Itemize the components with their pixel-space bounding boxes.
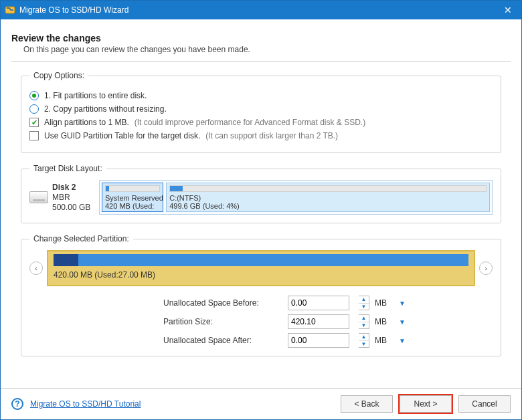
- disk-type: MBR: [52, 193, 90, 203]
- checkbox-align-note: (It could improve performance for Advanc…: [135, 118, 365, 127]
- partition-c[interactable]: C:(NTFS) 499.6 GB (Used: 4%): [166, 183, 490, 212]
- partition-name: C:(NTFS): [169, 194, 487, 202]
- unalloc-after-label: Unallocated Space After:: [163, 336, 284, 345]
- unalloc-after-unit-dropdown[interactable]: ▼: [396, 337, 408, 344]
- checkbox-gpt[interactable]: [29, 131, 39, 140]
- disk-icon: [29, 191, 48, 203]
- target-disk-layout-group: Target Disk Layout: Disk 2 MBR 500.00 GB…: [21, 164, 501, 223]
- partition-size-spinner[interactable]: ▲▼: [359, 314, 369, 329]
- partition-size-field-label: Partition Size:: [163, 317, 284, 326]
- back-button[interactable]: < Back: [341, 395, 393, 413]
- close-button[interactable]: ✕: [495, 1, 521, 19]
- radio-fit-entire-disk[interactable]: [29, 91, 39, 100]
- unalloc-before-unit-dropdown[interactable]: ▼: [396, 300, 408, 307]
- target-disk-layout-legend: Target Disk Layout:: [29, 164, 106, 173]
- copy-options-group: Copy Options: 1. Fit partitions to entir…: [21, 71, 501, 153]
- radio-copy-no-resize[interactable]: [29, 104, 39, 114]
- partition-system-reserved[interactable]: System Reserved 420 MB (Used:: [102, 183, 163, 212]
- partition-size-label: 420.00 MB (Used:27.00 MB): [54, 270, 468, 280]
- partition-name: System Reserved: [105, 194, 160, 202]
- partition-prev-button[interactable]: ‹: [29, 261, 43, 275]
- next-button[interactable]: Next >: [400, 395, 452, 413]
- partition-size-input[interactable]: [288, 314, 349, 329]
- page-subtitle: On this page you can review the changes …: [23, 45, 511, 54]
- copy-options-legend: Copy Options:: [29, 71, 88, 80]
- checkbox-align-1mb[interactable]: [29, 118, 39, 127]
- partition-sub: 420 MB (Used:: [105, 202, 160, 210]
- titlebar: Migrate OS to SSD/HD Wizard ✕: [1, 1, 521, 19]
- unalloc-after-spinner[interactable]: ▲▼: [359, 333, 369, 348]
- checkbox-gpt-label: Use GUID Partition Table for the target …: [44, 131, 200, 140]
- disk-name: Disk 2: [52, 183, 90, 193]
- checkbox-gpt-note: (It can support disk larger than 2 TB.): [205, 131, 338, 140]
- unalloc-after-unit: MB: [375, 336, 392, 345]
- partition-size-unit-dropdown[interactable]: ▼: [396, 318, 408, 326]
- footer: ? Migrate OS to SSD/HD Tutorial < Back N…: [1, 388, 521, 419]
- help-icon[interactable]: ?: [11, 398, 23, 410]
- radio-copy-label: 2. Copy partitions without resizing.: [44, 104, 167, 114]
- app-icon: [5, 5, 15, 15]
- partition-size-slider[interactable]: 420.00 MB (Used:27.00 MB): [47, 250, 475, 286]
- partition-next-button[interactable]: ›: [479, 261, 493, 275]
- unalloc-before-spinner[interactable]: ▲▼: [359, 296, 369, 310]
- window-title: Migrate OS to SSD/HD Wizard: [19, 5, 495, 15]
- disk-size: 500.00 GB: [52, 203, 90, 213]
- unalloc-after-input[interactable]: [288, 333, 349, 348]
- unalloc-before-label: Unallocated Space Before:: [163, 298, 284, 308]
- change-selected-partition-group: Change Selected Partition: ‹ 420.00 MB (…: [21, 234, 501, 356]
- disk-info: Disk 2 MBR 500.00 GB: [29, 180, 96, 215]
- radio-fit-label: 1. Fit partitions to entire disk.: [44, 91, 147, 100]
- unalloc-before-input[interactable]: [288, 296, 349, 310]
- unalloc-before-unit: MB: [375, 298, 392, 308]
- page-title: Review the changes: [11, 33, 511, 43]
- checkbox-align-label: Align partitions to 1 MB.: [44, 118, 129, 127]
- divider: [11, 61, 511, 62]
- cancel-button[interactable]: Cancel: [458, 395, 511, 413]
- tutorial-link[interactable]: Migrate OS to SSD/HD Tutorial: [30, 399, 141, 409]
- partition-container: System Reserved 420 MB (Used: C:(NTFS) 4…: [99, 180, 493, 215]
- partition-size-unit: MB: [375, 317, 392, 326]
- change-selected-partition-legend: Change Selected Partition:: [29, 234, 133, 243]
- partition-sub: 499.6 GB (Used: 4%): [169, 202, 487, 210]
